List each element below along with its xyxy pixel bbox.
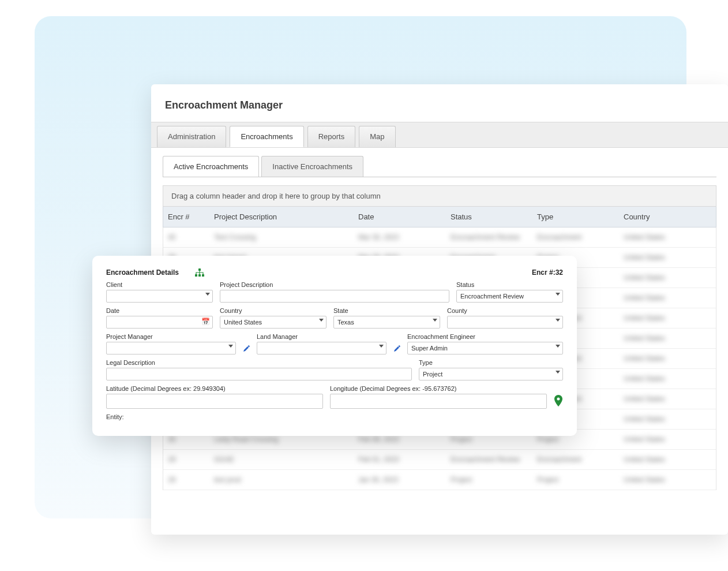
label-encroachment-engineer: Encroachment Engineer <box>407 333 563 340</box>
cell-desc: test prod <box>209 470 354 490</box>
label-status: Status <box>456 281 563 288</box>
cell-status: Encroachment Review <box>446 450 532 469</box>
group-by-dropzone[interactable]: Drag a column header and drop it here to… <box>163 185 716 207</box>
chevron-down-icon <box>433 319 437 322</box>
cell-date: Feb 01, 2023 <box>354 450 446 469</box>
label-longitude: Longitude (Decimal Degrees ex: -95.67376… <box>330 385 547 392</box>
project-description-input[interactable] <box>220 290 449 303</box>
cell-country: United States <box>619 227 711 247</box>
cell-country: United States <box>619 409 711 429</box>
cell-country: United States <box>619 450 711 469</box>
label-land-manager: Land Manager <box>257 333 386 340</box>
svg-rect-3 <box>202 274 204 277</box>
chevron-down-icon <box>556 371 560 374</box>
table-row[interactable]: 29GGAEFeb 01, 2023Encroachment ReviewEnc… <box>163 450 716 470</box>
edit-land-manager-icon[interactable] <box>393 345 400 353</box>
cell-country: United States <box>619 389 711 409</box>
table-row[interactable]: 40Test CrossingMar 30, 2023Encroachment … <box>163 227 716 248</box>
label-project-manager: Project Manager <box>106 333 236 340</box>
cell-country: United States <box>619 268 711 288</box>
label-type: Type <box>419 359 563 366</box>
state-select[interactable]: Texas <box>333 316 440 329</box>
cell-country: United States <box>619 308 711 328</box>
legal-description-input[interactable] <box>106 368 412 380</box>
chevron-down-icon <box>379 345 384 348</box>
chevron-down-icon <box>556 345 560 348</box>
primary-tabs: Administration Encroachments Reports Map <box>151 122 728 148</box>
cell-num: 40 <box>163 227 209 247</box>
col-country[interactable]: Country <box>619 207 711 227</box>
page-title: Encroachment Manager <box>151 84 728 122</box>
project-manager-select[interactable] <box>106 342 236 354</box>
label-country: Country <box>220 307 327 314</box>
cell-country: United States <box>619 288 711 308</box>
status-select[interactable]: Encroachment Review <box>456 290 563 303</box>
cell-date: Jan 30, 2023 <box>354 470 446 490</box>
cell-status: Project <box>446 470 532 490</box>
cell-status: Encroachment Review <box>446 227 532 247</box>
col-status[interactable]: Status <box>446 207 532 227</box>
client-select[interactable] <box>106 290 213 303</box>
calendar-icon: 📅 <box>201 318 210 326</box>
cell-desc: GGAE <box>209 450 354 469</box>
longitude-input[interactable] <box>330 394 547 409</box>
tab-reports[interactable]: Reports <box>307 126 356 147</box>
tab-administration[interactable]: Administration <box>157 126 226 147</box>
table-header-row: Encr # Project Description Date Status T… <box>163 207 716 227</box>
date-input[interactable]: 📅 <box>106 316 213 329</box>
label-legal-description: Legal Description <box>106 359 412 366</box>
encroachment-engineer-select[interactable]: Super Admin <box>407 342 563 354</box>
col-type[interactable]: Type <box>532 207 619 227</box>
map-pin-icon[interactable] <box>554 395 563 408</box>
label-client: Client <box>106 281 213 288</box>
cell-type: Encroachment <box>532 450 619 469</box>
latitude-input[interactable] <box>106 394 323 409</box>
tab-encroachments[interactable]: Encroachments <box>230 126 303 147</box>
cell-country: United States <box>619 470 711 490</box>
cell-date: Mar 30, 2023 <box>354 227 446 247</box>
label-date: Date <box>106 307 213 314</box>
tab-active-encroachments[interactable]: Active Encroachments <box>163 156 259 177</box>
label-county: County <box>447 307 563 314</box>
col-date[interactable]: Date <box>354 207 446 227</box>
country-select[interactable]: United States <box>220 316 327 329</box>
cell-num: 28 <box>163 470 209 490</box>
col-encr-num[interactable]: Encr # <box>163 207 209 227</box>
tab-inactive-encroachments[interactable]: Inactive Encroachments <box>261 156 363 177</box>
cell-num: 29 <box>163 450 209 469</box>
encroachment-details-panel: Encroachment Details Encr #:32 Client Pr… <box>92 256 577 436</box>
tab-map[interactable]: Map <box>359 126 395 147</box>
chevron-down-icon <box>205 293 210 296</box>
cell-country: United States <box>619 329 711 348</box>
land-manager-select[interactable] <box>257 342 386 354</box>
svg-rect-2 <box>198 274 201 277</box>
table-row[interactable]: 28test prodJan 30, 2023ProjectProjectUni… <box>163 470 716 490</box>
type-select[interactable]: Project <box>419 368 563 380</box>
svg-rect-0 <box>198 268 201 271</box>
cell-type: Project <box>532 470 619 490</box>
county-select[interactable] <box>447 316 563 329</box>
cell-country: United States <box>619 430 711 449</box>
chevron-down-icon <box>556 319 560 322</box>
label-project-description: Project Description <box>220 281 449 288</box>
panel-title: Encroachment Details <box>106 268 179 277</box>
edit-project-manager-icon[interactable] <box>243 345 250 353</box>
chevron-down-icon <box>228 345 233 348</box>
cell-country: United States <box>619 349 711 368</box>
secondary-tabs: Active Encroachments Inactive Encroachme… <box>163 156 716 177</box>
svg-rect-1 <box>195 274 197 277</box>
label-latitude: Latitude (Decimal Degrees ex: 29.949304) <box>106 385 323 392</box>
col-project[interactable]: Project Description <box>209 207 354 227</box>
chevron-down-icon <box>319 319 324 322</box>
cell-desc: Test Crossing <box>209 227 354 247</box>
sitemap-icon[interactable] <box>195 268 204 277</box>
cell-country: United States <box>619 248 711 267</box>
encr-number: Encr #:32 <box>532 268 563 277</box>
cell-type: Encroachment <box>532 227 619 247</box>
label-entity: Entity: <box>106 413 124 420</box>
label-state: State <box>333 307 440 314</box>
cell-country: United States <box>619 369 711 389</box>
chevron-down-icon <box>556 293 560 296</box>
